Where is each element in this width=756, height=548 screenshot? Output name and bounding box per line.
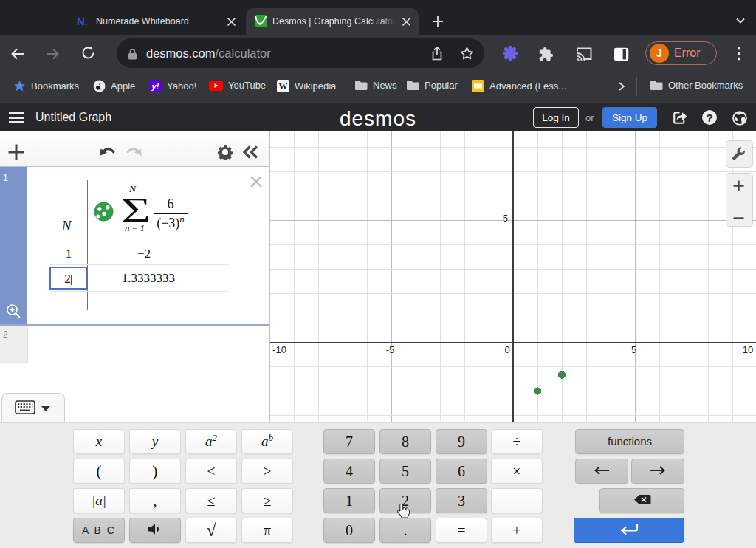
svg-text:W: W	[279, 81, 288, 92]
svg-text:y!: y!	[151, 82, 159, 91]
